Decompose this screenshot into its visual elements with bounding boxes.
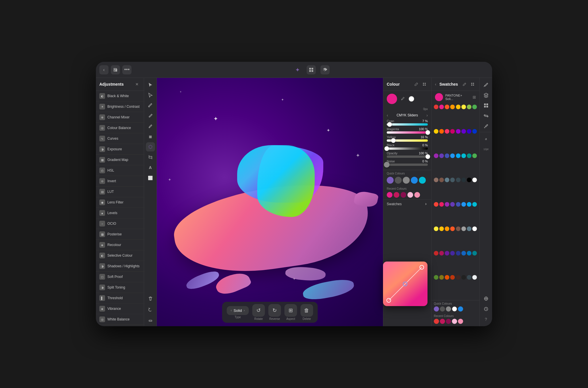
swatch-cell-40[interactable] [434,226,438,231]
quick-dot-1[interactable] [395,177,402,184]
quick-dot-3[interactable] [411,177,418,184]
swatch-cell-1[interactable] [439,105,444,109]
swatch-quick-4[interactable] [458,306,463,312]
solid-type-button[interactable]: ‹ Solid › [227,306,249,315]
swatch-cell-51[interactable] [450,251,455,256]
adj-item-exposure[interactable]: ◑ Exposure [96,144,144,155]
crop-tool[interactable] [146,153,155,162]
yellow-track[interactable] [387,139,428,142]
cyan-thumb[interactable] [387,122,392,127]
swatch-cell-38[interactable] [467,202,471,207]
magenta-track[interactable] [387,131,428,134]
swatch-cell-15[interactable] [472,129,477,134]
rt-grid-btn[interactable] [481,101,491,110]
rt-text-style-btn[interactable]: a [481,134,491,143]
swatch-cell-6[interactable] [467,105,471,109]
adj-item-split-toning[interactable]: ◑ Split Toning [96,282,144,293]
swatch-cell-3[interactable] [450,105,455,109]
swatch-cell-2[interactable] [445,105,449,109]
swatch-cell-41[interactable] [439,226,444,231]
rt-paint-btn[interactable] [481,80,491,89]
swatch-cell-55[interactable] [472,251,477,256]
swatch-cell-50[interactable] [445,251,449,256]
adj-item-vibrance[interactable]: ◈ Vibrance [96,304,144,314]
recent-dot-1[interactable] [394,192,399,198]
grid-button[interactable] [307,65,316,74]
rt-layers-btn[interactable] [481,91,491,100]
quick-dot-4[interactable] [419,177,426,184]
swatch-cell-20[interactable] [456,153,461,158]
swatch-quick-1[interactable] [440,306,445,312]
main-colour-swatch[interactable] [387,94,397,104]
swatch-recent-4[interactable] [458,319,463,324]
rt-adjustments-btn[interactable] [481,111,491,120]
swatch-recent-1[interactable] [440,319,445,324]
swatch-recent-2[interactable] [446,319,451,324]
shape-tool[interactable]: ⬜ [146,173,155,183]
swatch-cell-53[interactable] [461,251,466,256]
swatch-cell-32[interactable] [434,202,438,207]
swatch-cell-52[interactable] [456,251,461,256]
quick-dot-2[interactable] [403,177,410,184]
adj-item-selective-colour[interactable]: ◐ Selective Colour [96,250,144,261]
swatch-cell-30[interactable] [467,178,471,182]
swatches-grid-btn[interactable] [469,81,476,88]
swatch-cell-37[interactable] [461,202,466,207]
direct-select-tool[interactable] [146,91,155,100]
rt-font-size-btn[interactable]: 12pt [481,145,491,154]
swatch-cell-17[interactable] [439,153,444,158]
swatch-cell-44[interactable] [456,226,461,231]
swatch-layout-btn[interactable]: ⊞ [473,95,476,99]
rt-help-btn[interactable]: ? [481,315,491,324]
slider-next-btn[interactable]: › [426,113,428,118]
swatch-cell-21[interactable] [461,153,466,158]
swatch-cell-47[interactable] [472,226,477,231]
swatch-recent-0[interactable] [434,319,439,324]
swatch-cell-28[interactable] [456,178,461,182]
swatch-cell-12[interactable] [456,129,461,134]
yellow-thumb[interactable] [391,138,396,143]
adj-item-levels[interactable]: ▲ Levels [96,208,144,218]
opacity-track[interactable] [387,155,428,158]
swatch-cell-35[interactable] [450,202,455,207]
swatch-cell-16[interactable] [434,153,438,158]
swatches-edit-btn[interactable] [461,81,468,88]
swatch-cell-57[interactable] [439,275,444,280]
swatch-cell-48[interactable] [434,251,438,256]
swatch-cell-43[interactable] [450,226,455,231]
swatch-main-dot[interactable] [435,93,443,101]
recent-dot-0[interactable] [387,192,392,198]
undo-tool[interactable] [146,304,155,314]
swatch-cell-23[interactable] [472,153,477,158]
opacity-thumb[interactable] [425,154,430,159]
swatch-cell-49[interactable] [439,251,444,256]
noise-thumb[interactable] [384,162,390,168]
colour-panel-edit-btn[interactable] [413,81,420,88]
swatch-cell-14[interactable] [467,129,471,134]
swatch-cell-0[interactable] [434,105,438,109]
swatch-cell-8[interactable] [434,129,438,134]
swatch-cell-24[interactable] [434,178,438,182]
aspect-button[interactable]: ⊞ [284,304,297,317]
cyan-track[interactable] [387,123,428,126]
adj-item-invert[interactable]: ⊝ Invert [96,176,144,187]
swatch-cell-22[interactable] [467,153,471,158]
adj-item-hsl[interactable]: ◴ HSL [96,165,144,176]
adj-item-black-white[interactable]: ◐ Black & White [96,91,144,101]
noise-track[interactable] [387,164,428,166]
swatch-cell-45[interactable] [461,226,466,231]
pen-tool[interactable] [146,101,155,110]
swatch-cell-39[interactable] [472,202,477,207]
swatch-cell-42[interactable] [445,226,449,231]
swatch-cell-56[interactable] [434,275,438,280]
adj-item-ocio[interactable]: ○ OCIO [96,218,144,229]
swatches-link[interactable]: Swatches [383,199,431,208]
adj-item-shadows-highlights[interactable]: ◑ Shadows / Highlights [96,261,144,272]
back-button[interactable]: ‹ [99,65,109,74]
swatch-recent-3[interactable] [452,319,457,324]
swatch-cell-4[interactable] [456,105,461,109]
delete-button[interactable]: 🗑 [300,304,313,317]
rt-eyedropper-btn[interactable] [481,122,491,131]
black-track[interactable] [387,147,428,150]
secondary-colour-swatch[interactable] [409,96,414,102]
